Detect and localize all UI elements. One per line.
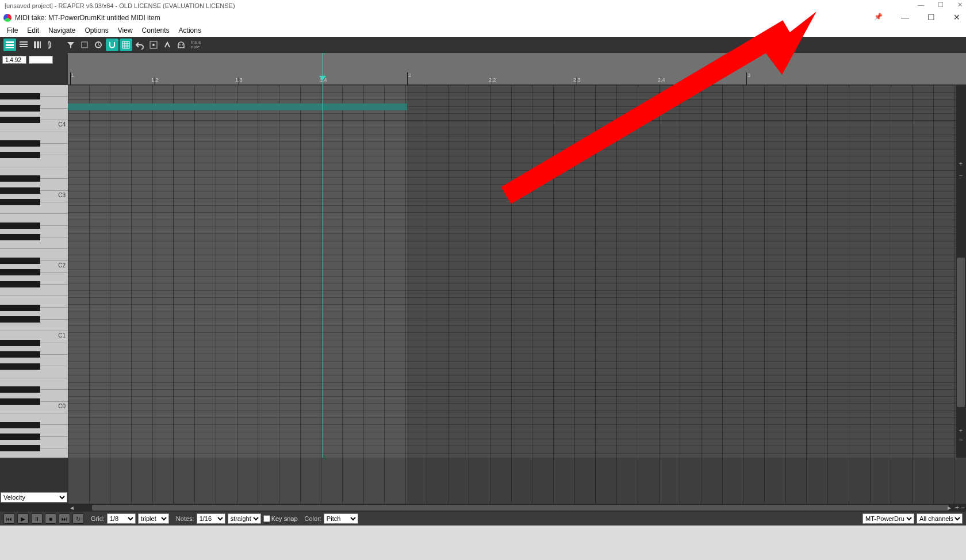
- piano-black-key[interactable]: [0, 434, 40, 440]
- midi-maximize-icon[interactable]: ☐: [927, 13, 935, 22]
- svg-point-13: [179, 44, 181, 45]
- notes-value-select[interactable]: 1/16: [197, 513, 225, 524]
- h-scroll-left-icon[interactable]: ◂: [70, 504, 74, 512]
- piano-black-key[interactable]: [0, 386, 40, 393]
- midi-window-titlebar: MIDI take: MT-PowerDrumKit untitled MIDI…: [0, 11, 966, 24]
- event-list-view-button[interactable]: [31, 39, 44, 51]
- piano-black-key[interactable]: [0, 258, 40, 264]
- piano-black-key[interactable]: [0, 340, 40, 346]
- cc-lane: Velocity: [0, 458, 966, 504]
- dock-button[interactable]: [147, 39, 160, 51]
- piano-black-key[interactable]: [0, 363, 40, 370]
- piano-panel: 1.4.92: [0, 53, 68, 458]
- svg-point-12: [152, 44, 155, 46]
- piano-keyboard[interactable]: [0, 67, 68, 458]
- cc-lane-area[interactable]: [68, 458, 966, 504]
- loop-button[interactable]: ↻: [72, 513, 84, 524]
- notes-type-select[interactable]: straight: [228, 513, 261, 524]
- piano-black-key[interactable]: [0, 316, 40, 323]
- cc-select-button[interactable]: [92, 39, 105, 51]
- zoom-in-h-icon[interactable]: +: [955, 504, 959, 512]
- menu-edit[interactable]: Edit: [22, 25, 44, 36]
- playhead[interactable]: [323, 53, 323, 458]
- svg-rect-2: [6, 47, 14, 48]
- piano-black-key[interactable]: [0, 269, 40, 275]
- cc-inactive-region: [407, 458, 966, 504]
- menu-view[interactable]: View: [113, 25, 137, 36]
- grid-button[interactable]: [120, 39, 132, 51]
- key-snap-checkbox[interactable]: [263, 515, 270, 522]
- piano-black-key[interactable]: [0, 199, 40, 205]
- midi-close-icon[interactable]: ✕: [953, 13, 960, 22]
- track-select[interactable]: MT-PowerDru: [862, 513, 914, 524]
- play-button[interactable]: ▶: [17, 513, 29, 524]
- menu-contents[interactable]: Contents: [137, 25, 174, 36]
- menu-file[interactable]: File: [2, 25, 22, 36]
- menu-actions[interactable]: Actions: [174, 25, 206, 36]
- midi-note[interactable]: [68, 103, 407, 110]
- zoom-in-v2-icon[interactable]: +: [957, 427, 964, 435]
- filter-button[interactable]: [64, 39, 77, 51]
- svg-rect-4: [20, 44, 28, 45]
- piano-black-key[interactable]: [0, 223, 40, 229]
- step-input-button[interactable]: [161, 39, 174, 51]
- piano-black-key[interactable]: [0, 93, 40, 99]
- forward-button[interactable]: ⏭: [59, 513, 70, 524]
- piano-roll-view-button[interactable]: [3, 39, 16, 51]
- piano-black-key[interactable]: [0, 140, 40, 147]
- piano-black-key[interactable]: [0, 351, 40, 358]
- zoom-out-v2-icon[interactable]: −: [957, 436, 964, 444]
- grid-type-select[interactable]: triplet: [138, 513, 169, 524]
- outer-window-titlebar: [unsaved project] - REAPER v6.03/x64 - O…: [0, 0, 966, 11]
- piano-black-key[interactable]: [0, 117, 40, 123]
- v-scroll-thumb[interactable]: [957, 258, 965, 407]
- midi-minimize-icon[interactable]: —: [901, 13, 909, 22]
- rewind-button[interactable]: ⏮: [3, 513, 15, 524]
- position-readout: 1.4.92: [2, 56, 26, 64]
- midi-input-button[interactable]: [175, 39, 187, 51]
- piano-black-key[interactable]: [0, 234, 40, 240]
- menu-navigate[interactable]: Navigate: [44, 25, 80, 36]
- channel-select[interactable]: All channels: [917, 513, 963, 524]
- named-notes-view-button[interactable]: [17, 39, 30, 51]
- horizontal-scrollbar[interactable]: ◂ ▸ + −: [0, 504, 966, 512]
- pin-icon[interactable]: 📌: [874, 13, 883, 22]
- svg-rect-7: [37, 41, 39, 48]
- zoom-out-v-icon[interactable]: −: [957, 171, 964, 179]
- note-grid[interactable]: [68, 85, 956, 458]
- zoom-in-v-icon[interactable]: +: [957, 160, 964, 168]
- zoom-out-h-icon[interactable]: −: [961, 504, 965, 512]
- color-select[interactable]: Pitch: [324, 513, 358, 524]
- length-readout: [29, 56, 53, 64]
- outer-minimize-icon[interactable]: —: [918, 1, 924, 9]
- menu-bar: FileEditNavigateOptionsViewContentsActio…: [0, 24, 966, 37]
- notation-view-button[interactable]: [45, 39, 57, 51]
- vertical-scrollbar[interactable]: + − + −: [956, 85, 966, 458]
- piano-black-key[interactable]: [0, 175, 40, 182]
- quantize-button[interactable]: [78, 39, 91, 51]
- h-scroll-right-icon[interactable]: ▸: [948, 504, 951, 512]
- piano-black-key[interactable]: [0, 422, 40, 428]
- stop-button[interactable]: ■: [45, 513, 56, 524]
- snap-button[interactable]: [106, 39, 118, 51]
- timeline-ruler[interactable]: 1231.21.31.42.22.32.4: [68, 53, 966, 85]
- piano-black-key[interactable]: [0, 105, 40, 112]
- svg-rect-1: [6, 44, 14, 46]
- piano-black-key[interactable]: [0, 152, 40, 158]
- cc-lane-selector[interactable]: Velocity: [1, 492, 67, 503]
- piano-black-key[interactable]: [0, 445, 40, 451]
- h-scroll-thumb[interactable]: [92, 505, 949, 511]
- note-grid-area[interactable]: 1231.21.31.42.22.32.4 + − + −: [68, 53, 966, 458]
- outer-close-icon[interactable]: ✕: [957, 1, 963, 9]
- outer-maximize-icon[interactable]: ☐: [938, 1, 944, 9]
- undo-button[interactable]: [133, 39, 146, 51]
- piano-black-key[interactable]: [0, 187, 40, 194]
- piano-black-key[interactable]: [0, 398, 40, 405]
- piano-black-key[interactable]: [0, 305, 40, 311]
- midi-window-title: MIDI take: MT-PowerDrumKit untitled MIDI…: [15, 14, 160, 22]
- pause-button[interactable]: ⏸: [31, 513, 43, 524]
- piano-black-key[interactable]: [0, 281, 40, 287]
- menu-options[interactable]: Options: [80, 25, 113, 36]
- grid-value-select[interactable]: 1/8: [107, 513, 136, 524]
- key-snap-label: Key snap: [271, 515, 298, 522]
